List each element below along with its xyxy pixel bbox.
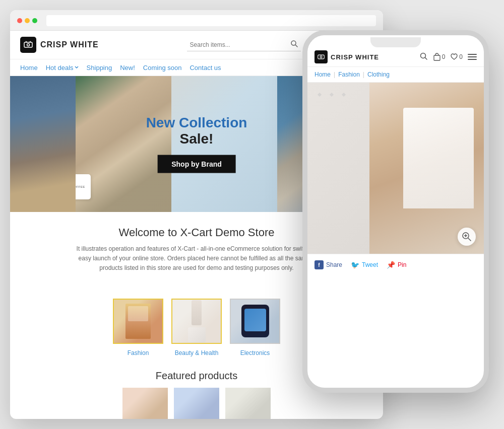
svg-rect-13: [434, 55, 440, 60]
search-input[interactable]: [190, 41, 291, 48]
shop-by-brand-button[interactable]: Shop by Brand: [157, 155, 236, 173]
facebook-share-label: Share: [326, 261, 342, 268]
category-fashion-label: Fashion: [128, 349, 149, 356]
nav-new[interactable]: New!: [120, 64, 135, 72]
breadcrumb-fashion[interactable]: Fashion: [338, 71, 360, 78]
svg-line-15: [468, 238, 471, 241]
white-shirt: [403, 108, 474, 208]
phone-product-image: [307, 83, 484, 254]
menu-line-2: [468, 56, 477, 57]
category-fashion[interactable]: Fashion: [113, 299, 163, 357]
category-beauty[interactable]: Beauty & Health: [171, 299, 222, 357]
phone-nav-icons: 0 0: [420, 52, 477, 62]
scene: CRISP WHITE Sign in / sign up Ho: [10, 10, 494, 419]
product-item-2[interactable]: [174, 388, 219, 419]
hero-title: New Collection: [146, 115, 247, 131]
svg-rect-0: [24, 42, 32, 47]
facebook-icon: f: [314, 260, 324, 269]
minimize-dot: [25, 18, 30, 23]
hero-jeans-area: [10, 76, 76, 212]
nav-coming-soon[interactable]: Coming soon: [143, 64, 182, 72]
search-icon[interactable]: [291, 40, 298, 49]
logo-icon: [20, 37, 36, 53]
store-logo: CRISP WHITE: [20, 37, 99, 53]
phone-wishlist-icon[interactable]: 0: [450, 53, 463, 60]
brand-name-desktop: CRISP WHITE: [40, 40, 99, 49]
hero-subtitle: Sale!: [146, 130, 247, 147]
pinterest-share-button[interactable]: 📌 Pin: [386, 260, 406, 269]
hero-content: New Collection Sale! Shop by Brand: [146, 115, 247, 173]
zoom-button[interactable]: [458, 228, 476, 246]
phone-wishlist-count: 0: [459, 53, 463, 60]
phone-inner: CRISP WHITE 0: [307, 35, 484, 388]
browser-chrome: [10, 10, 383, 31]
product-item-1[interactable]: [122, 388, 168, 419]
phone-mockup: CRISP WHITE 0: [302, 30, 489, 393]
search-bar[interactable]: [187, 38, 301, 51]
breadcrumb-home[interactable]: Home: [314, 71, 331, 78]
nav-home[interactable]: Home: [20, 64, 38, 72]
category-electronics-label: Electronics: [240, 349, 270, 356]
nav-contact[interactable]: Contact us: [190, 64, 221, 72]
svg-line-12: [425, 57, 427, 59]
phone-notch-area: [307, 35, 484, 47]
category-electronics-thumb: [230, 299, 280, 344]
maximize-dot: [32, 18, 37, 23]
phone-cart-count: 0: [442, 53, 446, 60]
category-electronics[interactable]: Electronics: [230, 299, 280, 357]
twitter-icon: 🐦: [350, 260, 359, 269]
pinterest-icon: 📌: [386, 260, 395, 269]
welcome-description: It illustrates operation and features of…: [71, 244, 323, 273]
svg-rect-9: [318, 55, 324, 59]
breadcrumb-clothing[interactable]: Clothing: [367, 71, 390, 78]
phone-notch: [370, 37, 421, 47]
close-dot: [17, 18, 22, 23]
menu-line-1: [468, 54, 477, 55]
category-beauty-label: Beauty & Health: [175, 349, 219, 356]
facebook-share-button[interactable]: f Share: [314, 260, 342, 269]
phone-logo: CRISP WHITE: [314, 50, 379, 63]
address-bar[interactable]: [46, 15, 376, 26]
pinterest-share-label: Pin: [398, 261, 406, 268]
nav-hot-deals[interactable]: Hot deals: [46, 64, 79, 72]
svg-point-1: [27, 44, 30, 46]
breadcrumb-sep-1: |: [334, 71, 335, 78]
breadcrumb-sep-2: |: [363, 71, 364, 78]
phone-breadcrumb: Home | Fashion | Clothing: [307, 67, 484, 83]
phone-cart-icon[interactable]: 0: [433, 53, 446, 61]
product-item-3[interactable]: [225, 388, 271, 419]
nav-links: Home Hot deals Shipping New! Coming soon…: [20, 64, 221, 72]
phone-header: CRISP WHITE 0: [307, 47, 484, 67]
category-beauty-thumb: [171, 299, 222, 344]
hamburger-menu-icon[interactable]: [468, 54, 477, 60]
phone-logo-icon: [314, 50, 328, 63]
menu-line-3: [468, 59, 477, 60]
nav-shipping[interactable]: Shipping: [87, 64, 112, 72]
svg-point-4: [291, 41, 296, 45]
phone-brand-name: CRISP WHITE: [331, 53, 379, 61]
browser-dots: [17, 18, 37, 23]
twitter-share-button[interactable]: 🐦 Tweet: [350, 260, 378, 269]
phone-search-icon[interactable]: [420, 52, 428, 62]
category-fashion-thumb: [113, 299, 163, 344]
phone-social-share: f Share 🐦 Tweet 📌 Pin: [307, 254, 484, 275]
svg-line-5: [295, 45, 297, 47]
svg-point-10: [320, 56, 322, 58]
twitter-share-label: Tweet: [362, 261, 378, 268]
